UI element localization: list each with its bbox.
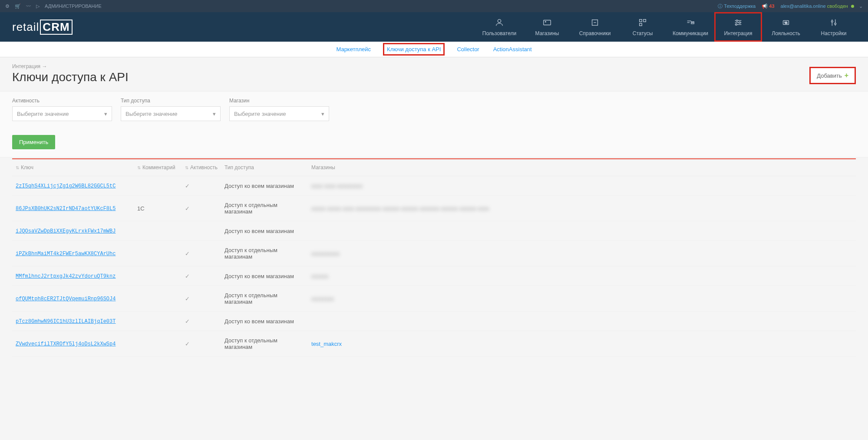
comment-cell — [134, 221, 182, 241]
nav-users[interactable]: Пользователи — [475, 12, 523, 42]
table-row: ofQUMtph8cER2TJtQVqemuiRnp96SOJ4 ✓ Досту… — [12, 286, 856, 312]
th-stores: Магазины — [308, 159, 856, 176]
stores-blurred: xxxxx xxxxx xxxx xxxxxxxxx xxxxxx xxxxxx… — [311, 205, 489, 212]
api-key-link[interactable]: 86JPsXB0hUK2sN2IrND47aotYUKcF8L5 — [16, 206, 116, 212]
check-icon: ✓ — [185, 273, 190, 279]
chevron-down-icon: ▾ — [213, 111, 216, 117]
check-icon: ✓ — [185, 183, 190, 189]
table-row: iJQOsaVZwDpBiXXEgyKLrxkFWx17mWBJ Доступ … — [12, 221, 856, 241]
navbar: retailCRM Пользователи Магазины Справочн… — [0, 12, 868, 42]
breadcrumb[interactable]: Интеграция → — [12, 63, 129, 69]
mail-icon — [685, 17, 696, 28]
status-dot-icon — [851, 5, 854, 8]
page-header: Интеграция → Ключи доступа к API Добавит… — [0, 57, 868, 91]
sort-icon: ⇅ — [137, 165, 141, 170]
comment-cell — [134, 312, 182, 331]
subnav-actionassistant[interactable]: ActionAssistant — [492, 43, 534, 56]
check-icon: ✓ — [185, 341, 190, 347]
comment-cell — [134, 176, 182, 196]
nav-loyalty[interactable]: % Лояльность — [762, 12, 810, 42]
access-cell: Доступ ко всем магазинам — [221, 176, 308, 196]
access-cell: Доступ к отдельным магазинам — [221, 196, 308, 221]
grid-icon — [637, 17, 648, 28]
notifications[interactable]: 📢 43 — [762, 3, 774, 9]
add-button[interactable]: Добавить+ — [809, 67, 856, 84]
svg-point-16 — [736, 24, 737, 26]
check-icon: ✓ — [185, 318, 190, 325]
list-icon — [590, 17, 600, 28]
api-key-link[interactable]: MMfmlhncJ2rtpxgJk42zvYdoruQT9knz — [16, 273, 116, 279]
comment-cell — [134, 286, 182, 312]
filter-store-select[interactable]: Выберите значение▾ — [229, 106, 329, 121]
stores-cell: xxxx xxxx xxxxxxxxx — [308, 176, 856, 196]
table-row: iPZkBhnMaiMT4k2FWEr5awKX8CYArUhc ✓ Досту… — [12, 241, 856, 266]
user-menu[interactable]: alex@analitika.online свободен ⌄ — [781, 3, 863, 9]
subnav-api-keys[interactable]: Ключи доступа к API — [383, 43, 445, 56]
plus-icon: + — [845, 72, 848, 79]
stores-blurred: xxxx xxxx xxxxxxxxx — [311, 183, 363, 189]
filter-activity-select[interactable]: Выберите значение▾ — [12, 106, 112, 121]
subnav-collector[interactable]: Collector — [455, 43, 481, 56]
comment-cell — [134, 266, 182, 286]
comment-cell — [134, 241, 182, 266]
gear-icon[interactable]: ⚙ — [5, 3, 10, 9]
access-cell: Доступ ко всем магазинам — [221, 221, 308, 241]
svg-point-0 — [498, 20, 501, 23]
table-row: pTcz8GmhwN96IC1hU3zlILAIBjqIe03T ✓ Досту… — [12, 312, 856, 331]
nav-communications[interactable]: Коммуникации — [667, 12, 714, 42]
filter-store-label: Магазин — [229, 98, 329, 104]
stores-cell: xxxxxxxx — [308, 286, 856, 312]
subnav-marketplace[interactable]: Маркетплейс — [334, 43, 373, 56]
nav-stores[interactable]: Магазины — [523, 12, 571, 42]
svg-text:%: % — [785, 21, 788, 25]
svg-rect-1 — [544, 20, 551, 25]
api-key-link[interactable]: iPZkBhnMaiMT4k2FWEr5awKX8CYArUhc — [16, 251, 116, 257]
api-key-link[interactable]: ofQUMtph8cER2TJtQVqemuiRnp96SOJ4 — [16, 296, 116, 302]
check-icon: ✓ — [185, 250, 190, 257]
table-row: ZVwdvecifilTXROfY5lj4oDsL2kXwSp4 ✓ Досту… — [12, 331, 856, 357]
filter-activity-label: Активность — [12, 98, 112, 104]
table-row: MMfmlhncJ2rtpxgJk42zvYdoruQT9knz ✓ Досту… — [12, 266, 856, 286]
th-activity[interactable]: ⇅Активность — [182, 159, 221, 176]
th-comment[interactable]: ⇅Комментарий — [134, 159, 182, 176]
filters: Активность Выберите значение▾ Тип доступ… — [0, 91, 868, 158]
nav-references[interactable]: Справочники — [571, 12, 619, 42]
support-link[interactable]: ⓘ Техподдержка — [718, 3, 756, 10]
api-key-link[interactable]: iJQOsaVZwDpBiXXEgyKLrxkFWx17mWBJ — [16, 228, 116, 234]
store-icon — [542, 17, 552, 28]
cart-icon[interactable]: 🛒 — [15, 3, 21, 9]
user-icon — [494, 17, 505, 28]
api-key-link[interactable]: pTcz8GmhwN96IC1hU3zlILAIBjqIe03T — [16, 319, 116, 325]
nav-statuses[interactable]: Статусы — [619, 12, 667, 42]
check-icon: ✓ — [185, 296, 190, 302]
api-key-link[interactable]: ZVwdvecifilTXROfY5lj4oDsL2kXwSp4 — [16, 341, 116, 347]
sort-icon: ⇅ — [185, 165, 188, 170]
svg-rect-6 — [644, 20, 646, 22]
access-cell: Доступ ко всем магазинам — [221, 266, 308, 286]
play-icon[interactable]: ▷ — [36, 3, 40, 9]
stores-cell — [308, 221, 856, 241]
comment-cell: 1C — [134, 196, 182, 221]
svg-point-22 — [835, 23, 836, 25]
api-key-link[interactable]: 2zI5qhS4XLijcjZg1g2W6BL82GGCL5tC — [16, 183, 116, 189]
store-link[interactable]: test_makcrx — [311, 341, 342, 347]
nav-settings[interactable]: Настройки — [810, 12, 858, 42]
th-key[interactable]: ⇅Ключ — [12, 159, 134, 176]
filter-access-select[interactable]: Выберите значение▾ — [121, 106, 221, 121]
svg-point-15 — [739, 22, 741, 23]
chart-icon[interactable]: 〰 — [26, 3, 31, 9]
sliders-icon — [733, 17, 743, 28]
subnav: Маркетплейс Ключи доступа к API Collecto… — [0, 42, 868, 57]
stores-blurred: xxxxxxxx — [311, 296, 334, 302]
logo[interactable]: retailCRM — [12, 20, 73, 35]
filter-access-label: Тип доступа — [121, 98, 221, 104]
stores-cell: test_makcrx — [308, 331, 856, 357]
stores-cell: xxxxxx — [308, 266, 856, 286]
access-cell: Доступ к отдельным магазинам — [221, 241, 308, 266]
access-cell: Доступ к отдельным магазинам — [221, 286, 308, 312]
apply-button[interactable]: Применить — [12, 135, 55, 149]
sort-icon: ⇅ — [16, 165, 19, 170]
nav-integration[interactable]: Интеграция — [714, 12, 762, 42]
svg-rect-7 — [640, 23, 642, 26]
stores-cell: xxxxxxxxxx — [308, 241, 856, 266]
